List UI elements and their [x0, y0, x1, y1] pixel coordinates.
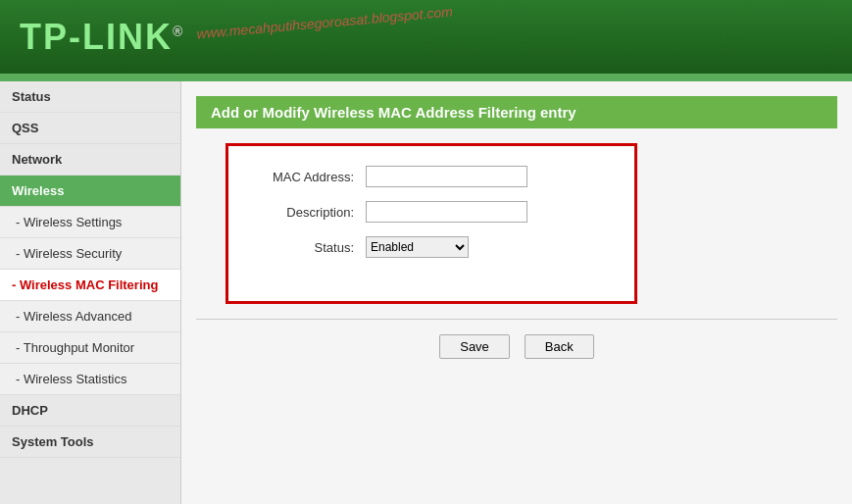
status-row: Status: Enabled Disabled [258, 236, 605, 258]
sidebar-item-wireless-settings[interactable]: - Wireless Settings [0, 207, 180, 238]
description-input[interactable] [366, 201, 527, 223]
sidebar-item-system-tools[interactable]: System Tools [0, 427, 180, 458]
layout: Status QSS Network Wireless - Wireless S… [0, 81, 852, 504]
sidebar-item-status[interactable]: Status [0, 81, 180, 113]
mac-address-row: MAC Address: [258, 166, 605, 187]
logo-reg: ® [173, 24, 184, 39]
mac-address-input[interactable] [366, 166, 527, 187]
sidebar-item-wireless-mac-filtering[interactable]: - Wireless MAC Filtering [0, 270, 180, 301]
desc-label: Description: [258, 205, 366, 220]
back-button[interactable]: Back [525, 334, 594, 359]
mac-label: MAC Address: [258, 170, 366, 184]
sidebar-item-network[interactable]: Network [0, 144, 180, 176]
sidebar-item-throughput-monitor[interactable]: - Throughput Monitor [0, 332, 180, 364]
logo: TP-LINK® [20, 17, 184, 58]
sidebar-item-qss[interactable]: QSS [0, 113, 180, 144]
logo-text: TP-LINK [20, 17, 173, 57]
sidebar-item-dhcp[interactable]: DHCP [0, 395, 180, 427]
divider [196, 319, 837, 320]
status-label: Status: [258, 240, 366, 255]
header: TP-LINK® www.mecahputihsegoroasat.blogsp… [0, 0, 852, 74]
main-content: Add or Modify Wireless MAC Address Filte… [181, 81, 852, 504]
sidebar-item-wireless[interactable]: Wireless [0, 176, 180, 207]
button-row: Save Back [196, 334, 837, 359]
status-select[interactable]: Enabled Disabled [366, 236, 469, 258]
sidebar-item-wireless-statistics[interactable]: - Wireless Statistics [0, 364, 180, 395]
save-button[interactable]: Save [439, 334, 510, 359]
form-container: MAC Address: Description: Status: Enable… [226, 143, 637, 304]
description-row: Description: [258, 201, 605, 223]
page-title: Add or Modify Wireless MAC Address Filte… [196, 96, 837, 128]
sidebar: Status QSS Network Wireless - Wireless S… [0, 81, 181, 504]
header-bar [0, 74, 852, 81]
watermark: www.mecahputihsegoroasat.blogspot.com [196, 4, 454, 42]
sidebar-item-wireless-advanced[interactable]: - Wireless Advanced [0, 301, 180, 332]
sidebar-item-wireless-security[interactable]: - Wireless Security [0, 238, 180, 270]
